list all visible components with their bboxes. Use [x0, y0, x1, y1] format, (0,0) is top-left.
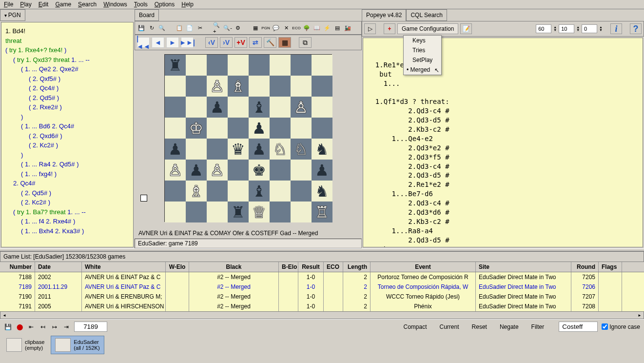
- col-header-w-elo[interactable]: W-Elo: [166, 262, 189, 272]
- square-a5[interactable]: [165, 118, 186, 139]
- square-g7[interactable]: [291, 76, 312, 97]
- current-button[interactable]: Current: [438, 323, 461, 331]
- menu-play[interactable]: Play: [20, 1, 31, 8]
- reload-icon[interactable]: ↻: [147, 23, 156, 32]
- col-header-number[interactable]: Number: [0, 262, 35, 272]
- square-g1[interactable]: [291, 202, 312, 222]
- col-header-black[interactable]: Black: [189, 262, 279, 272]
- nav-back-icon[interactable]: ◄: [152, 37, 164, 48]
- help-icon[interactable]: ?: [630, 23, 642, 34]
- engine-icon[interactable]: ⚡: [323, 23, 332, 32]
- square-f1[interactable]: [270, 202, 291, 222]
- filter-input[interactable]: [559, 322, 598, 332]
- book-icon[interactable]: 📖: [312, 23, 321, 32]
- col-header-eco[interactable]: ECO: [324, 262, 343, 272]
- square-f4[interactable]: ♘: [270, 139, 291, 160]
- square-f3[interactable]: [270, 160, 291, 181]
- square-g5[interactable]: [291, 118, 312, 139]
- square-b2[interactable]: ♗: [186, 181, 207, 202]
- delete-icon[interactable]: ⬤: [16, 323, 23, 331]
- menu-windows[interactable]: Windows: [103, 1, 127, 8]
- train-icon[interactable]: 🚂: [343, 23, 352, 32]
- spinner-3-arrows[interactable]: ▲▼: [599, 26, 603, 32]
- var-prev-button[interactable]: ‹V: [205, 37, 218, 48]
- table-row[interactable]: 71892001.11.29AVNER Uri & EINAT Paz & C#…: [0, 282, 644, 292]
- grid-icon[interactable]: ▦: [251, 23, 260, 32]
- square-e2[interactable]: ♝: [249, 181, 270, 202]
- square-e5[interactable]: ♟: [249, 118, 270, 139]
- col-header-result[interactable]: Result: [298, 262, 324, 272]
- square-e3[interactable]: ♚: [249, 160, 270, 181]
- list-first-icon[interactable]: ⇤: [27, 323, 35, 331]
- square-c2[interactable]: [207, 181, 228, 202]
- square-e1[interactable]: ♕: [249, 202, 270, 222]
- search-icon[interactable]: 🔍: [157, 23, 166, 32]
- list-next-icon[interactable]: ↦: [51, 323, 59, 331]
- square-f2[interactable]: [270, 181, 291, 202]
- square-b1[interactable]: [186, 202, 207, 222]
- cross-icon[interactable]: ✕: [282, 23, 291, 32]
- square-e7[interactable]: [249, 76, 270, 97]
- save-icon[interactable]: 💾: [137, 23, 146, 32]
- menu-help[interactable]: Help: [181, 1, 194, 8]
- menu-file[interactable]: File: [4, 1, 13, 8]
- square-c1[interactable]: [207, 202, 228, 222]
- pgn-notation[interactable]: 1. Bd4!threat( try 1. Rxe4+? fxe4! )( tr…: [1, 22, 134, 247]
- square-a3[interactable]: ♙: [165, 160, 186, 181]
- var-next-button[interactable]: ›V: [220, 37, 233, 48]
- layout-icon[interactable]: ▤: [333, 23, 342, 32]
- square-h6[interactable]: [312, 97, 332, 118]
- tools-icon[interactable]: ⚙: [234, 23, 242, 32]
- square-d6[interactable]: [228, 97, 249, 118]
- square-h4[interactable]: ♞: [312, 139, 332, 160]
- tab-cql[interactable]: CQL Search: [406, 9, 447, 21]
- db-item-edusadier[interactable]: EduSadier(all / 152K): [51, 336, 104, 354]
- table-row[interactable]: 71902011AVNER Uri & ERENBURG M;#2 -- Mer…: [0, 292, 644, 302]
- menu-item-keys[interactable]: Keys: [404, 36, 441, 45]
- square-c5[interactable]: [207, 118, 228, 139]
- square-h5[interactable]: [312, 118, 332, 139]
- col-header-white[interactable]: White: [82, 262, 166, 272]
- menu-game[interactable]: Game: [55, 1, 71, 8]
- square-h1[interactable]: ♖: [312, 202, 332, 222]
- square-a6[interactable]: [165, 97, 186, 118]
- menu-edit[interactable]: Edit: [39, 1, 49, 8]
- paste-icon[interactable]: 📄: [185, 23, 194, 32]
- col-header-round[interactable]: Round: [571, 262, 599, 272]
- square-a4[interactable]: ♟: [165, 139, 186, 160]
- db-item-clipbase[interactable]: clipbase(empty): [2, 336, 49, 354]
- save-db-icon[interactable]: 💾: [4, 323, 12, 331]
- square-b6[interactable]: [186, 97, 207, 118]
- spinner-1[interactable]: 60: [536, 24, 551, 33]
- chessboard[interactable]: ♜♙♗♟♝♙♔♟♟♛♟♘♘♞♙♟♙♚♟♗♝♞♜♕♖: [164, 54, 332, 222]
- square-b3[interactable]: ♟: [186, 160, 207, 181]
- square-d7[interactable]: ♗: [228, 76, 249, 97]
- square-d8[interactable]: [228, 55, 249, 76]
- game-number-input[interactable]: [74, 322, 107, 332]
- square-g6[interactable]: ♙: [291, 97, 312, 118]
- board-tab[interactable]: Board: [135, 9, 159, 21]
- square-a8[interactable]: ♜: [165, 55, 186, 76]
- square-f8[interactable]: [270, 55, 291, 76]
- square-a2[interactable]: [165, 181, 186, 202]
- square-c6[interactable]: ♟: [207, 97, 228, 118]
- menu-options[interactable]: Options: [155, 1, 175, 8]
- list-prev-icon[interactable]: ↤: [39, 323, 47, 331]
- square-a7[interactable]: [165, 76, 186, 97]
- zoom-out-icon[interactable]: 🔍-: [223, 23, 232, 32]
- square-h8[interactable]: [312, 55, 332, 76]
- square-a1[interactable]: [165, 202, 186, 222]
- square-d5[interactable]: [228, 118, 249, 139]
- negate-button[interactable]: Negate: [498, 323, 521, 331]
- square-c4[interactable]: [207, 139, 228, 160]
- menu-item-setplay[interactable]: SetPlay: [404, 55, 441, 65]
- square-h2[interactable]: ♞: [312, 181, 332, 202]
- nav-end-icon[interactable]: ►►|: [181, 37, 194, 48]
- texture-icon[interactable]: ▦: [278, 37, 291, 48]
- nav-start-icon[interactable]: |◄◄: [137, 37, 150, 48]
- tab-popeye[interactable]: Popeye v4.82: [362, 9, 406, 21]
- square-c8[interactable]: [207, 55, 228, 76]
- copy-icon[interactable]: 📋: [175, 23, 184, 32]
- square-e6[interactable]: ♝: [249, 97, 270, 118]
- square-g4[interactable]: ♘: [291, 139, 312, 160]
